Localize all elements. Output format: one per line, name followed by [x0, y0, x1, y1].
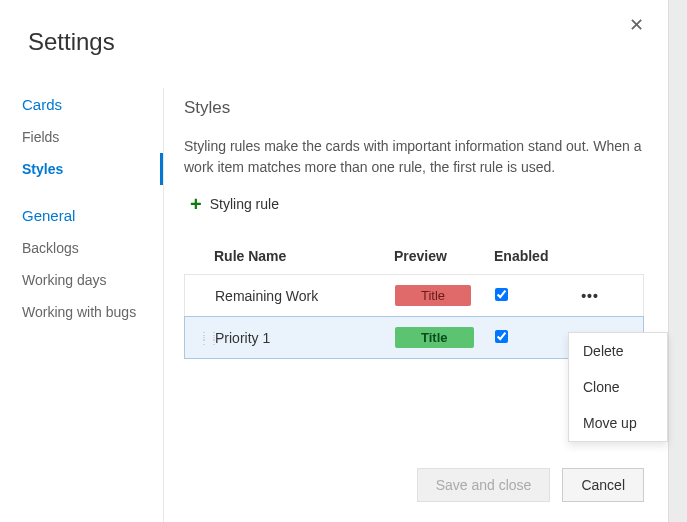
save-and-close-button[interactable]: Save and close	[417, 468, 551, 502]
menu-item-delete[interactable]: Delete	[569, 333, 667, 369]
rule-preview: Title	[395, 327, 495, 348]
drag-handle-icon[interactable]: ⋮⋮⋮⋮	[199, 333, 211, 343]
row-context-menu: Delete Clone Move up	[568, 332, 668, 442]
rule-preview: Title	[395, 285, 495, 306]
rule-actions: •••	[570, 288, 610, 304]
rule-name: Remaining Work	[215, 288, 395, 304]
sidebar-group-general[interactable]: General	[0, 199, 163, 232]
settings-main: Styles Styling rules make the cards with…	[164, 88, 668, 522]
section-title: Styles	[184, 98, 644, 118]
dialog-body: Cards Fields Styles General Backlogs Wor…	[0, 88, 668, 522]
sidebar-item-working-with-bugs[interactable]: Working with bugs	[0, 296, 163, 328]
sidebar-item-working-days[interactable]: Working days	[0, 264, 163, 296]
sidebar-item-fields[interactable]: Fields	[0, 121, 163, 153]
col-preview: Preview	[394, 248, 494, 264]
add-styling-rule-button[interactable]: + Styling rule	[190, 194, 279, 214]
sidebar-item-styles[interactable]: Styles	[0, 153, 163, 185]
plus-icon: +	[190, 194, 202, 214]
more-actions-icon[interactable]: •••	[581, 288, 599, 304]
settings-sidebar: Cards Fields Styles General Backlogs Wor…	[0, 88, 164, 522]
col-actions	[569, 248, 609, 264]
close-button[interactable]: ✕	[621, 10, 652, 40]
settings-dialog: ✕ Settings Cards Fields Styles General B…	[0, 0, 668, 522]
sidebar-group-cards[interactable]: Cards	[0, 88, 163, 121]
menu-item-move-up[interactable]: Move up	[569, 405, 667, 441]
add-rule-label: Styling rule	[210, 196, 279, 212]
dialog-footer: Save and close Cancel	[417, 468, 644, 502]
close-icon: ✕	[629, 15, 644, 35]
sidebar-item-backlogs[interactable]: Backlogs	[0, 232, 163, 264]
dialog-title: Settings	[0, 0, 668, 76]
enabled-checkbox[interactable]	[495, 288, 508, 301]
cancel-button[interactable]: Cancel	[562, 468, 644, 502]
rule-enabled-cell	[495, 330, 570, 346]
preview-chip: Title	[395, 285, 471, 306]
section-description: Styling rules make the cards with import…	[184, 136, 644, 178]
enabled-checkbox[interactable]	[495, 330, 508, 343]
preview-chip: Title	[395, 327, 474, 348]
col-enabled: Enabled	[494, 248, 569, 264]
rule-name: Priority 1	[215, 330, 395, 346]
menu-item-clone[interactable]: Clone	[569, 369, 667, 405]
rules-header: Rule Name Preview Enabled	[184, 240, 644, 274]
col-rule-name: Rule Name	[214, 248, 394, 264]
rule-row[interactable]: ⋮⋮⋮⋮ Remaining Work Title •••	[184, 274, 644, 316]
window-edge	[668, 0, 687, 522]
rule-enabled-cell	[495, 288, 570, 304]
